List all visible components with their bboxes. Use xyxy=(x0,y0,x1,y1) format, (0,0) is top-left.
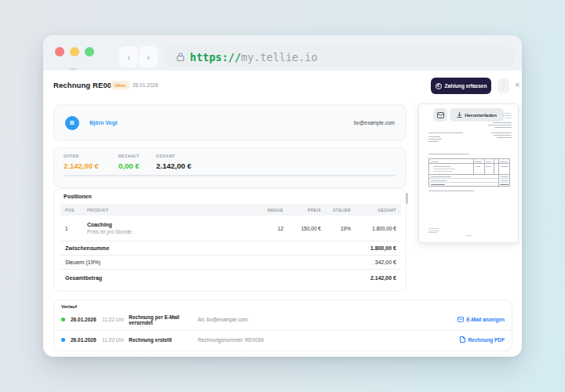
col-preis: PREIS xyxy=(283,208,321,212)
pdf-line xyxy=(504,113,512,114)
entry-detail: Rechnungsnummer: RE0039 xyxy=(198,337,460,343)
amount-summary-card: OFFEN 2.142,00 € BEZAHLT 0,00 € GESAMT 2… xyxy=(53,147,406,188)
envelope-icon xyxy=(437,112,444,118)
status-badge: Offen xyxy=(111,81,129,89)
browser-forward-button[interactable]: › xyxy=(139,46,158,67)
browser-chrome: ‹ › https:// my.tellie.io xyxy=(43,35,522,71)
send-email-button[interactable] xyxy=(433,108,447,122)
grand-total-value: 2.142,00 € xyxy=(370,275,396,281)
subtotal-label: Zwischensumme xyxy=(65,245,370,251)
record-payment-button[interactable]: € Zahlung erfassen xyxy=(431,78,491,94)
summary-paid-value: 0,00 € xyxy=(118,162,139,170)
browser-back-button[interactable]: ‹ xyxy=(119,46,138,67)
customer-email: bv@example.com xyxy=(354,120,395,125)
pdf-line xyxy=(494,127,512,128)
view-email-label: E-Mail anzeigen xyxy=(466,317,505,322)
summary-open-label: OFFEN xyxy=(64,154,99,158)
file-icon xyxy=(460,336,465,343)
pdf-line xyxy=(505,118,512,118)
pdf-line xyxy=(476,166,480,167)
row-gesamt: 1.800,00 € xyxy=(351,226,396,231)
pdf-line xyxy=(493,122,512,123)
scrollbar-thumb[interactable] xyxy=(406,193,408,204)
pdf-line xyxy=(433,166,450,167)
col-menge: MENGE xyxy=(252,208,283,212)
customer-name-link[interactable]: Björn Vogt xyxy=(89,120,117,125)
browser-window: ‹ › https:// my.tellie.io Rechnung RE003… xyxy=(43,35,522,357)
pdf-line xyxy=(494,135,512,136)
grand-total-label: Gesamtbetrag xyxy=(65,275,370,281)
grand-total-row: Gesamtbetrag 2.142,00 € xyxy=(60,270,401,285)
tax-value: 342,00 € xyxy=(375,260,396,265)
envelope-icon xyxy=(457,317,464,322)
traffic-minimize-button[interactable] xyxy=(70,47,79,56)
row-product: Coaching xyxy=(87,222,252,227)
history-title: Verlauf xyxy=(61,304,77,309)
pdf-table-rule xyxy=(494,159,494,175)
record-payment-label: Zahlung erfassen xyxy=(445,83,487,89)
pdf-line xyxy=(431,180,447,181)
tax-label: Steuern (19%) xyxy=(65,260,375,265)
download-button[interactable]: Herunterladen xyxy=(450,108,504,122)
pdf-line xyxy=(501,180,508,181)
lock-icon xyxy=(177,53,184,61)
entry-time: 11:22 Uhr xyxy=(102,317,129,322)
invoice-pdf-thumbnail[interactable]: Herunterladen xyxy=(418,103,519,243)
row-steuer: 19% xyxy=(321,226,351,231)
col-pos: POS xyxy=(65,208,87,212)
pdf-table-rule xyxy=(473,159,474,175)
more-menu-button[interactable]: ⋮ xyxy=(498,78,509,93)
entry-event: Rechnung per E-Mail versendet xyxy=(129,314,198,325)
col-produkt: PRODUKT xyxy=(87,208,252,212)
status-dot-blue xyxy=(61,338,65,342)
euro-circle-icon: € xyxy=(436,83,442,89)
positions-table-header: POS PRODUKT MENGE PREIS STEUER GESAMT xyxy=(60,204,401,216)
pdf-line xyxy=(486,162,491,162)
pdf-line xyxy=(428,132,463,133)
pdf-line xyxy=(431,176,451,177)
table-row: 1 Coaching Preis ist pro Stunde. 12 150,… xyxy=(60,216,401,241)
pdf-line xyxy=(428,141,439,142)
traffic-maximize-button[interactable] xyxy=(85,47,94,56)
tax-row: Steuern (19%) 342,00 € xyxy=(60,256,401,270)
summary-total: GESAMT 2.142,00 € xyxy=(156,154,191,170)
entry-date: 26.01.2026 xyxy=(71,317,102,322)
pdf-line xyxy=(431,184,445,185)
summary-open: OFFEN 2.142,00 € xyxy=(64,154,99,170)
summary-paid-label: BEZAHLT xyxy=(118,154,139,158)
entry-date: 26.01.2026 xyxy=(71,337,102,343)
pdf-line xyxy=(428,232,437,233)
pdf-line xyxy=(475,162,482,162)
row-preis: 150,00 € xyxy=(283,226,321,231)
entry-time: 11:20 Uhr xyxy=(102,337,129,343)
url-bar[interactable]: https:// my.tellie.io xyxy=(165,46,514,67)
status-dot-green xyxy=(61,318,65,321)
view-email-link[interactable]: E-Mail anzeigen xyxy=(457,317,505,322)
pdf-line xyxy=(428,230,439,231)
traffic-close-button[interactable] xyxy=(55,47,64,56)
download-icon xyxy=(457,112,462,118)
pdf-line xyxy=(500,184,508,185)
pdf-line xyxy=(488,125,512,125)
invoice-date: 26.01.2026 xyxy=(133,82,159,88)
pdf-line xyxy=(433,171,452,172)
subtotal-value: 1.800,00 € xyxy=(370,245,396,251)
row-menge: 12 xyxy=(252,226,283,231)
pdf-line xyxy=(497,137,512,138)
url-host: my.tellie.io xyxy=(241,51,318,64)
pdf-line xyxy=(500,162,508,162)
avatar: B xyxy=(65,116,79,130)
close-button[interactable]: × xyxy=(515,80,519,89)
entry-event: Rechnung erstellt xyxy=(129,337,198,343)
pdf-mini-table xyxy=(428,158,510,187)
pdf-table-rule xyxy=(498,159,499,187)
download-label: Herunterladen xyxy=(465,113,497,118)
pdf-line xyxy=(491,132,512,133)
pdf-line xyxy=(428,191,474,191)
invoice-pdf-link[interactable]: Rechnung PDF xyxy=(460,336,505,343)
pdf-line xyxy=(428,136,440,137)
entry-detail: An: bv@example.com xyxy=(198,317,457,322)
pdf-line xyxy=(501,166,508,167)
chevron-left-icon: ‹ xyxy=(127,53,130,62)
url-scheme: https:// xyxy=(190,51,241,64)
